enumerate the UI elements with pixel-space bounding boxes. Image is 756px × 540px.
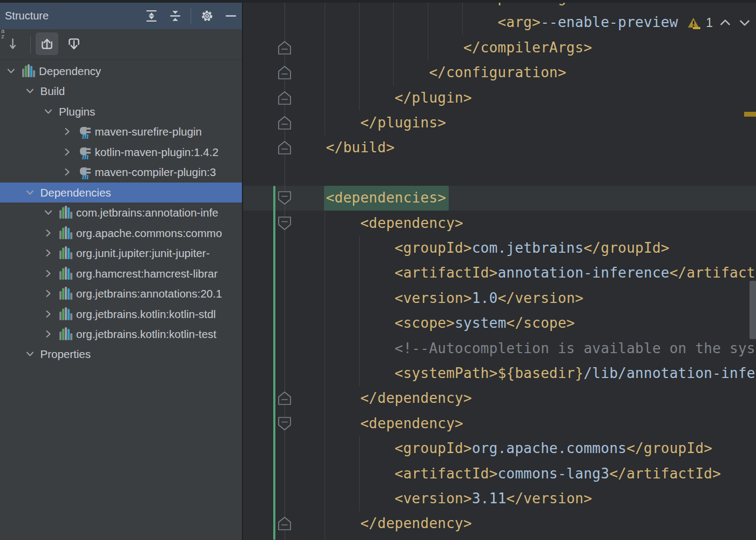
code-line[interactable]: <!--Autocompletion is available on the s… (395, 336, 755, 361)
code-line[interactable]: <dependency> (360, 411, 463, 436)
hide-button[interactable] (222, 8, 239, 24)
code-segment-text: system (455, 315, 506, 331)
code-segment-text: /lib/annotation-infe (584, 365, 755, 381)
code-line[interactable]: <arg>--enable-preview (498, 10, 678, 35)
tree-item-org-jetbrains-kotlin-kotlin-test[interactable]: org.jetbrains.kotlin:kotlin-test (0, 324, 242, 344)
code-line[interactable]: <groupId>com.jetbrains</groupId> (395, 235, 670, 260)
scrollbar-warning-mark[interactable] (744, 112, 756, 117)
code-segment-tag: </dependency> (360, 515, 472, 531)
code-segment-tag: <systemPath> (395, 365, 498, 381)
chevron-down-icon[interactable] (43, 106, 54, 117)
sort-alphabetically-icon: az (8, 36, 23, 51)
tree-item-label: kotlin-maven-plugin:1.4.2 (95, 142, 219, 162)
chevron-right-icon[interactable] (43, 247, 54, 259)
code-segment-tag: <groupId> (395, 240, 472, 256)
chevron-right-icon[interactable] (43, 328, 54, 340)
svg-text:m: m (82, 131, 89, 140)
chevron-down-icon[interactable] (24, 187, 36, 198)
code-segment-tag: </dependency> (360, 390, 472, 406)
scroll-to-source-button[interactable] (63, 32, 85, 55)
code-segment-tag: </groupId> (626, 440, 712, 456)
code-segment-tag: <arg> (498, 14, 541, 30)
code-line[interactable]: <groupId>org.apache.commons</groupId> (395, 436, 712, 461)
tree-item-build[interactable]: Build (0, 81, 242, 101)
code-segment-tag: <artifactId> (395, 465, 498, 482)
previous-highlight-button[interactable] (718, 16, 732, 30)
chevron-right-icon[interactable] (62, 146, 73, 158)
code-line[interactable]: <version>3.11</version> (395, 486, 592, 511)
code-line[interactable]: <version>1.0</version> (395, 286, 584, 310)
tree-item-maven-compiler-plugin-3[interactable]: mmaven-compiler-plugin:3 (0, 162, 242, 182)
code-segment-comment: <!--Autocompletion is available on the s… (395, 340, 755, 356)
structure-toolbar: az (0, 29, 242, 60)
tree-item-label: Build (40, 81, 65, 101)
tree-item-label: org.junit.jupiter:junit-jupiter- (76, 243, 210, 263)
code-segment-tag: <dependency> (360, 215, 463, 231)
toolbar-separator (30, 36, 31, 53)
code-line[interactable]: <dependency> (360, 211, 463, 235)
tree-item-label: maven-surefire-plugin (95, 122, 202, 141)
tree-item-label: com.jetbrains:annotation-infe (76, 202, 218, 222)
tree-item-org-jetbrains-kotlin-kotlin-stdl[interactable]: org.jetbrains.kotlin:kotlin-stdl (0, 304, 242, 324)
tree-item-com-jetbrains-annotation-infe[interactable]: com.jetbrains:annotation-infe (0, 202, 242, 222)
settings-button[interactable] (199, 8, 215, 24)
chevron-right-icon[interactable] (43, 308, 54, 320)
code-segment-text: annotation-inference (498, 265, 670, 281)
chevron-right-icon[interactable] (43, 268, 54, 279)
code-line[interactable]: <artifactId>commons-lang3</artifactId> (395, 461, 721, 486)
chevron-right-icon[interactable] (62, 126, 73, 137)
code-segment-tag: <version> (395, 290, 472, 306)
code-segment-tag: </artifact (670, 265, 755, 281)
code-area[interactable]: <compilerArgs><arg>--enable-preview</com… (243, 0, 756, 540)
tree-item-org-apache-commons-commo[interactable]: org.apache.commons:commo (0, 223, 242, 243)
code-line[interactable]: <dependencies> (326, 185, 447, 210)
code-segment-tag: </version> (498, 290, 584, 306)
tree-item-org-jetbrains-annotations-20-1[interactable]: org.jetbrains:annotations:20.1 (0, 284, 242, 303)
code-line[interactable]: </configuration> (429, 60, 566, 85)
tree-item-label: Plugins (59, 102, 95, 122)
code-segment-tag: </build> (326, 139, 395, 156)
code-line[interactable]: </dependency> (360, 511, 472, 536)
code-segment-tag: </artifactId> (609, 465, 721, 482)
chevron-down-icon[interactable] (24, 85, 36, 97)
code-line[interactable]: <scope>system</scope> (395, 310, 575, 335)
tree-item-dependencies[interactable]: Dependencies (0, 183, 242, 202)
scrollbar-thumb[interactable] (750, 281, 756, 339)
tree-item-maven-surefire-plugin[interactable]: mmaven-surefire-plugin (0, 122, 242, 141)
collapse-all-button[interactable] (167, 8, 183, 24)
chevron-right-icon[interactable] (43, 288, 54, 299)
tree-item-label: Properties (40, 344, 91, 364)
tree-item-org-hamcrest-hamcrest-librar[interactable]: org.hamcrest:hamcrest-librar (0, 264, 242, 284)
tree-item-org-junit-jupiter-junit-jupiter[interactable]: org.junit.jupiter:junit-jupiter- (0, 243, 242, 263)
tree-item-properties[interactable]: Properties (0, 344, 242, 364)
library-icon (59, 246, 73, 260)
window-top-edge (0, 0, 756, 3)
chevron-down-icon[interactable] (43, 207, 54, 218)
code-line[interactable]: </plugin> (395, 85, 472, 110)
code-line[interactable]: </plugins> (360, 110, 446, 135)
code-line[interactable]: </build> (326, 135, 395, 160)
scroll-from-source-button[interactable] (36, 32, 58, 55)
expand-all-button[interactable] (143, 8, 159, 24)
sort-alphabetically-button[interactable]: az (4, 32, 27, 55)
chevron-down-icon[interactable] (24, 348, 36, 360)
tree-item-plugins[interactable]: Plugins (0, 102, 242, 122)
chevron-right-icon[interactable] (43, 227, 54, 239)
next-highlight-button[interactable] (738, 16, 752, 30)
code-segment-tag: </plugins> (360, 114, 446, 131)
tree-item-dependency[interactable]: Dependency (0, 61, 242, 81)
code-line[interactable]: <artifactId>annotation-inference</artifa… (395, 260, 755, 285)
code-segment-tag: <dependencies> (326, 190, 447, 206)
code-line[interactable]: </dependency> (360, 386, 472, 410)
code-segment-tag: <scope> (395, 315, 455, 331)
structure-title: Structure (0, 10, 49, 22)
chevron-down-icon[interactable] (5, 65, 17, 77)
code-line[interactable]: </compilerArgs> (463, 35, 592, 60)
code-line[interactable]: <systemPath>${basedir}/lib/annotation-in… (395, 361, 755, 386)
chevron-right-icon[interactable] (62, 166, 73, 178)
warning-count: 1 (706, 16, 713, 30)
expand-all-icon (144, 9, 159, 23)
tree-item-kotlin-maven-plugin-1-4-2[interactable]: mkotlin-maven-plugin:1.4.2 (0, 142, 242, 162)
tree-item-label: org.jetbrains:annotations:20.1 (76, 284, 222, 303)
structure-header-actions (143, 3, 239, 29)
